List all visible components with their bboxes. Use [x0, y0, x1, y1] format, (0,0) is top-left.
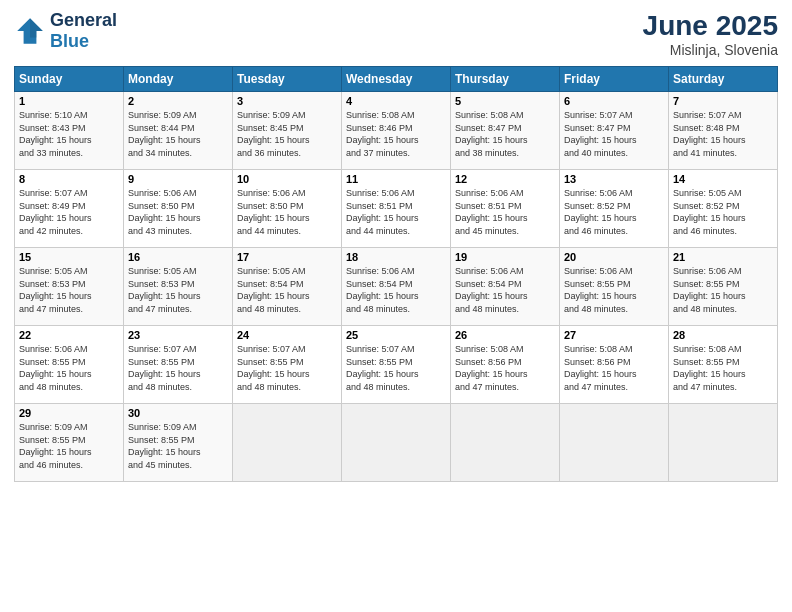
day-number: 18	[346, 251, 446, 263]
weekday-header: Wednesday	[342, 67, 451, 92]
day-number: 7	[673, 95, 773, 107]
day-info: Sunrise: 5:06 AM Sunset: 8:55 PM Dayligh…	[564, 265, 664, 315]
day-info: Sunrise: 5:06 AM Sunset: 8:50 PM Dayligh…	[237, 187, 337, 237]
day-info: Sunrise: 5:08 AM Sunset: 8:56 PM Dayligh…	[455, 343, 555, 393]
calendar-day-cell: 29Sunrise: 5:09 AM Sunset: 8:55 PM Dayli…	[15, 404, 124, 482]
day-number: 17	[237, 251, 337, 263]
calendar-day-cell: 15Sunrise: 5:05 AM Sunset: 8:53 PM Dayli…	[15, 248, 124, 326]
calendar-day-cell: 18Sunrise: 5:06 AM Sunset: 8:54 PM Dayli…	[342, 248, 451, 326]
page-container: General Blue June 2025 Mislinja, Sloveni…	[0, 0, 792, 492]
day-number: 20	[564, 251, 664, 263]
calendar-day-cell: 19Sunrise: 5:06 AM Sunset: 8:54 PM Dayli…	[451, 248, 560, 326]
day-number: 14	[673, 173, 773, 185]
day-number: 26	[455, 329, 555, 341]
day-info: Sunrise: 5:07 AM Sunset: 8:48 PM Dayligh…	[673, 109, 773, 159]
day-number: 11	[346, 173, 446, 185]
calendar-day-cell: 26Sunrise: 5:08 AM Sunset: 8:56 PM Dayli…	[451, 326, 560, 404]
day-info: Sunrise: 5:06 AM Sunset: 8:51 PM Dayligh…	[346, 187, 446, 237]
day-number: 6	[564, 95, 664, 107]
calendar-day-cell	[451, 404, 560, 482]
day-info: Sunrise: 5:05 AM Sunset: 8:52 PM Dayligh…	[673, 187, 773, 237]
calendar-day-cell: 7Sunrise: 5:07 AM Sunset: 8:48 PM Daylig…	[669, 92, 778, 170]
day-info: Sunrise: 5:08 AM Sunset: 8:47 PM Dayligh…	[455, 109, 555, 159]
day-number: 10	[237, 173, 337, 185]
logo-text: General Blue	[50, 10, 117, 52]
calendar-day-cell: 23Sunrise: 5:07 AM Sunset: 8:55 PM Dayli…	[124, 326, 233, 404]
day-info: Sunrise: 5:06 AM Sunset: 8:50 PM Dayligh…	[128, 187, 228, 237]
day-info: Sunrise: 5:06 AM Sunset: 8:51 PM Dayligh…	[455, 187, 555, 237]
day-info: Sunrise: 5:08 AM Sunset: 8:46 PM Dayligh…	[346, 109, 446, 159]
calendar-day-cell: 13Sunrise: 5:06 AM Sunset: 8:52 PM Dayli…	[560, 170, 669, 248]
day-number: 19	[455, 251, 555, 263]
day-number: 1	[19, 95, 119, 107]
day-number: 12	[455, 173, 555, 185]
day-number: 4	[346, 95, 446, 107]
day-number: 9	[128, 173, 228, 185]
logo: General Blue	[14, 10, 117, 52]
day-info: Sunrise: 5:08 AM Sunset: 8:55 PM Dayligh…	[673, 343, 773, 393]
day-info: Sunrise: 5:10 AM Sunset: 8:43 PM Dayligh…	[19, 109, 119, 159]
day-info: Sunrise: 5:09 AM Sunset: 8:55 PM Dayligh…	[19, 421, 119, 471]
page-header: General Blue June 2025 Mislinja, Sloveni…	[14, 10, 778, 58]
calendar-day-cell: 22Sunrise: 5:06 AM Sunset: 8:55 PM Dayli…	[15, 326, 124, 404]
calendar-day-cell: 1Sunrise: 5:10 AM Sunset: 8:43 PM Daylig…	[15, 92, 124, 170]
weekday-header: Friday	[560, 67, 669, 92]
day-number: 3	[237, 95, 337, 107]
weekday-header: Thursday	[451, 67, 560, 92]
calendar-day-cell: 3Sunrise: 5:09 AM Sunset: 8:45 PM Daylig…	[233, 92, 342, 170]
day-info: Sunrise: 5:06 AM Sunset: 8:54 PM Dayligh…	[455, 265, 555, 315]
calendar-day-cell	[233, 404, 342, 482]
calendar-day-cell: 16Sunrise: 5:05 AM Sunset: 8:53 PM Dayli…	[124, 248, 233, 326]
svg-marker-1	[30, 18, 43, 37]
day-number: 13	[564, 173, 664, 185]
day-info: Sunrise: 5:06 AM Sunset: 8:54 PM Dayligh…	[346, 265, 446, 315]
weekday-header: Sunday	[15, 67, 124, 92]
day-info: Sunrise: 5:05 AM Sunset: 8:53 PM Dayligh…	[19, 265, 119, 315]
calendar-week-row: 22Sunrise: 5:06 AM Sunset: 8:55 PM Dayli…	[15, 326, 778, 404]
calendar-day-cell: 24Sunrise: 5:07 AM Sunset: 8:55 PM Dayli…	[233, 326, 342, 404]
calendar-week-row: 1Sunrise: 5:10 AM Sunset: 8:43 PM Daylig…	[15, 92, 778, 170]
calendar-day-cell: 21Sunrise: 5:06 AM Sunset: 8:55 PM Dayli…	[669, 248, 778, 326]
calendar-day-cell: 12Sunrise: 5:06 AM Sunset: 8:51 PM Dayli…	[451, 170, 560, 248]
day-number: 30	[128, 407, 228, 419]
day-number: 24	[237, 329, 337, 341]
day-number: 21	[673, 251, 773, 263]
day-number: 25	[346, 329, 446, 341]
day-info: Sunrise: 5:06 AM Sunset: 8:52 PM Dayligh…	[564, 187, 664, 237]
day-number: 5	[455, 95, 555, 107]
month-title: June 2025	[643, 10, 778, 42]
calendar-day-cell: 30Sunrise: 5:09 AM Sunset: 8:55 PM Dayli…	[124, 404, 233, 482]
calendar-day-cell: 17Sunrise: 5:05 AM Sunset: 8:54 PM Dayli…	[233, 248, 342, 326]
calendar-day-cell	[560, 404, 669, 482]
day-info: Sunrise: 5:07 AM Sunset: 8:55 PM Dayligh…	[237, 343, 337, 393]
day-info: Sunrise: 5:09 AM Sunset: 8:55 PM Dayligh…	[128, 421, 228, 471]
day-info: Sunrise: 5:06 AM Sunset: 8:55 PM Dayligh…	[19, 343, 119, 393]
title-block: June 2025 Mislinja, Slovenia	[643, 10, 778, 58]
day-number: 8	[19, 173, 119, 185]
calendar-day-cell: 8Sunrise: 5:07 AM Sunset: 8:49 PM Daylig…	[15, 170, 124, 248]
calendar-day-cell: 10Sunrise: 5:06 AM Sunset: 8:50 PM Dayli…	[233, 170, 342, 248]
calendar-day-cell	[342, 404, 451, 482]
calendar-day-cell: 27Sunrise: 5:08 AM Sunset: 8:56 PM Dayli…	[560, 326, 669, 404]
day-info: Sunrise: 5:07 AM Sunset: 8:55 PM Dayligh…	[346, 343, 446, 393]
day-info: Sunrise: 5:09 AM Sunset: 8:45 PM Dayligh…	[237, 109, 337, 159]
calendar-week-row: 8Sunrise: 5:07 AM Sunset: 8:49 PM Daylig…	[15, 170, 778, 248]
calendar-day-cell: 6Sunrise: 5:07 AM Sunset: 8:47 PM Daylig…	[560, 92, 669, 170]
calendar-day-cell: 4Sunrise: 5:08 AM Sunset: 8:46 PM Daylig…	[342, 92, 451, 170]
calendar-day-cell: 11Sunrise: 5:06 AM Sunset: 8:51 PM Dayli…	[342, 170, 451, 248]
day-info: Sunrise: 5:07 AM Sunset: 8:55 PM Dayligh…	[128, 343, 228, 393]
calendar-day-cell: 2Sunrise: 5:09 AM Sunset: 8:44 PM Daylig…	[124, 92, 233, 170]
day-number: 15	[19, 251, 119, 263]
day-info: Sunrise: 5:06 AM Sunset: 8:55 PM Dayligh…	[673, 265, 773, 315]
weekday-header: Tuesday	[233, 67, 342, 92]
day-number: 16	[128, 251, 228, 263]
weekday-header-row: SundayMondayTuesdayWednesdayThursdayFrid…	[15, 67, 778, 92]
location: Mislinja, Slovenia	[643, 42, 778, 58]
weekday-header: Saturday	[669, 67, 778, 92]
day-number: 29	[19, 407, 119, 419]
calendar-table: SundayMondayTuesdayWednesdayThursdayFrid…	[14, 66, 778, 482]
calendar-day-cell	[669, 404, 778, 482]
day-number: 22	[19, 329, 119, 341]
calendar-day-cell: 25Sunrise: 5:07 AM Sunset: 8:55 PM Dayli…	[342, 326, 451, 404]
day-number: 27	[564, 329, 664, 341]
